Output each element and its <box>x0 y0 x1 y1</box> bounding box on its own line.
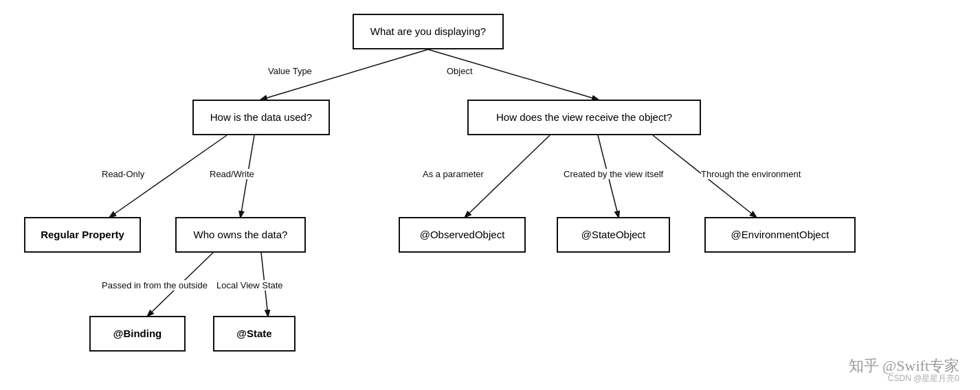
label-passed-in: Passed in from the outside <box>102 280 208 290</box>
node-regular-prop: Regular Property <box>24 217 141 253</box>
node-state-obj: @StateObject <box>557 217 670 253</box>
diagram-container: What are you displaying? How is the data… <box>0 0 980 390</box>
watermark-sub: CSDN @星星月亮0 <box>888 373 959 385</box>
node-who-owns: Who owns the data? <box>175 217 306 253</box>
label-local-view: Local View State <box>216 280 283 290</box>
label-value-type: Value Type <box>268 66 312 76</box>
label-as-param: As a parameter <box>423 169 484 179</box>
node-binding: @Binding <box>89 316 186 352</box>
node-observed-obj: @ObservedObject <box>399 217 526 253</box>
label-through-env: Through the environment <box>701 169 801 179</box>
label-read-only: Read-Only <box>102 169 144 179</box>
node-object: How does the view receive the object? <box>467 100 701 135</box>
label-created-view: Created by the view itself <box>564 169 663 179</box>
label-object: Object <box>447 66 473 76</box>
node-root: What are you displaying? <box>353 14 504 49</box>
node-value-type: How is the data used? <box>192 100 330 135</box>
node-env-obj: @EnvironmentObject <box>704 217 856 253</box>
label-read-write: Read/Write <box>210 169 254 179</box>
node-state: @State <box>213 316 296 352</box>
